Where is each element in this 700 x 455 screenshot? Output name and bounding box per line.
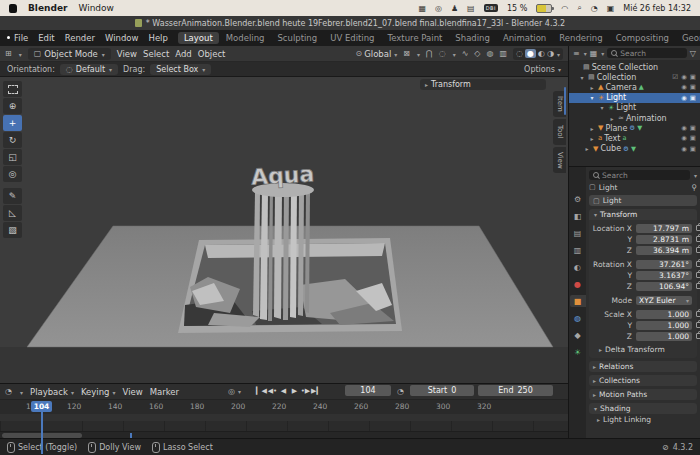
outliner-row-scene-collection[interactable]: ▤ Scene Collection	[569, 62, 700, 72]
marker-menu[interactable]: Marker	[150, 387, 179, 397]
eye-icon[interactable]: ◉	[681, 94, 687, 102]
npanel-scrollbar[interactable]	[564, 87, 566, 115]
clipboard-icon[interactable]: ▤	[467, 4, 475, 13]
camera-restrict-icon[interactable]: ▣	[690, 73, 696, 81]
outliner-row-light-data[interactable]: ▾ ☀ Light	[569, 103, 700, 113]
start-frame-field[interactable]: Start0	[410, 385, 474, 396]
wifi-icon[interactable]: ◠	[561, 4, 568, 13]
window-menu[interactable]: Window	[78, 3, 114, 13]
eye-icon[interactable]: ◉	[681, 124, 687, 132]
menubar-datetime[interactable]: Mié 26 feb 14:32	[623, 4, 691, 13]
end-frame-field[interactable]: End250	[478, 385, 553, 396]
outliner-row-animation[interactable]: ▸ ≈ Animation	[569, 113, 700, 123]
apple-logo-icon[interactable]	[9, 4, 17, 13]
tab-view-layer[interactable]: ▥	[570, 244, 586, 256]
display-mode-icon[interactable]: ▦	[590, 49, 598, 58]
pin-icon[interactable]: ⚲	[691, 183, 697, 192]
filter-funnel-icon[interactable]: ▽	[690, 49, 696, 58]
menu-help[interactable]: Help	[143, 33, 172, 43]
npanel-tab-tool[interactable]: Tool	[553, 119, 566, 145]
tab-uv-editing[interactable]: UV Editing	[324, 32, 380, 44]
options-dropdown[interactable]: Options	[524, 65, 561, 74]
timeline-ruler[interactable]: 100 120 140 160 180 200 220 240 260 280 …	[0, 399, 568, 414]
measure-tool[interactable]: ◺	[3, 205, 22, 221]
jump-to-start-button[interactable]: ▎◀	[256, 387, 267, 395]
user-icon[interactable]: ♟	[451, 4, 458, 13]
number-field[interactable]: 1.000	[636, 310, 692, 319]
number-field[interactable]: 3.1637°	[636, 271, 692, 280]
viewport-canvas[interactable]: Aqua ⊕ + ↻ ◱ ◎ ✎ ◺ ▧ Transform Item Tool…	[0, 77, 568, 383]
npanel-tab-view[interactable]: View	[553, 147, 566, 173]
outliner-row-cube[interactable]: ▸ ▼ Cube ⚙ ▼ ◉ ▣	[569, 144, 700, 154]
app-badge-icon[interactable]: DBI	[484, 4, 498, 12]
tab-physics[interactable]: ◍	[570, 312, 586, 324]
shading-solid-icon[interactable]: ●	[525, 49, 536, 58]
keyboard-icon[interactable]: ▦	[418, 4, 426, 13]
number-field[interactable]: 1.000	[636, 332, 692, 341]
tab-object[interactable]: ■	[570, 295, 586, 307]
mode-selector[interactable]: ▢ Object Mode	[28, 48, 111, 60]
play-button[interactable]: ▶	[289, 387, 300, 395]
number-field[interactable]: 106.94°	[636, 282, 692, 291]
stopwatch-icon[interactable]: ◔	[397, 385, 404, 397]
menu-window[interactable]: Window	[100, 33, 144, 43]
menu-add[interactable]: Add	[175, 49, 191, 59]
tab-tool[interactable]: ⚙	[570, 193, 586, 205]
menu-render[interactable]: Render	[60, 33, 100, 43]
camera-restrict-icon[interactable]: ▣	[690, 94, 696, 102]
number-field[interactable]: 17.797 m	[636, 224, 692, 233]
proportional-edit-icon[interactable]: ◌	[439, 49, 446, 58]
menu-file[interactable]: File	[9, 33, 33, 43]
rotate-tool[interactable]: ↻	[3, 132, 22, 148]
eye-icon[interactable]: ◉	[681, 145, 687, 153]
current-frame-field[interactable]: 104	[345, 385, 391, 396]
shading-wireframe-icon[interactable]: ◌	[516, 49, 523, 58]
object-name-field[interactable]: ▢ Light	[589, 195, 697, 206]
transform-panel-header[interactable]: Transform	[589, 209, 697, 220]
playhead-line[interactable]	[41, 412, 43, 454]
network-offline-icon[interactable]: ⊘	[662, 443, 669, 452]
playhead-badge[interactable]: 104	[31, 401, 52, 412]
tab-output[interactable]: ▤	[570, 227, 586, 239]
outliner-search-input[interactable]: Search	[607, 48, 687, 58]
menu-view[interactable]: View	[117, 49, 137, 59]
pivot-point-icon[interactable]: ∿	[462, 49, 469, 58]
camera-restrict-icon[interactable]: ▣	[690, 83, 696, 91]
camera-restrict-icon[interactable]: ▣	[690, 134, 696, 142]
number-field[interactable]: 2.8731 m	[636, 235, 692, 244]
keying-set-icon[interactable]: ◎	[228, 387, 235, 396]
cursor-tool[interactable]: ⊕	[3, 98, 22, 114]
checkbox-icon[interactable]: ☑	[672, 73, 678, 81]
menu-object[interactable]: Object	[198, 49, 226, 59]
eye-icon[interactable]: ◉	[681, 73, 687, 81]
properties-options-icon[interactable]	[693, 171, 697, 180]
tab-texture-paint[interactable]: Texture Paint	[382, 32, 449, 44]
tab-modeling[interactable]: Modeling	[220, 32, 271, 44]
jump-to-end-button[interactable]: ▶▎	[311, 387, 322, 395]
next-keyframe-button[interactable]: •▶	[300, 387, 311, 395]
timeline-editor-icon[interactable]: ◔	[5, 387, 12, 396]
camera-restrict-icon[interactable]: ▣	[690, 124, 696, 132]
scale-tool[interactable]: ◱	[3, 149, 22, 165]
prev-keyframe-button[interactable]: ◀•	[267, 387, 278, 395]
screen-record-icon[interactable]: ◎	[435, 4, 442, 13]
lock-icon[interactable]	[696, 333, 700, 339]
clock-icon[interactable]: ◔	[591, 4, 598, 13]
outliner-row-collection[interactable]: ▾ ▤ Collection ☑ ◉ ▣	[569, 72, 700, 82]
relations-panel[interactable]: Relations	[589, 361, 697, 372]
shading-material-icon[interactable]: ◐	[538, 49, 545, 58]
timeline-tracks[interactable]	[0, 414, 568, 431]
outliner-row-camera[interactable]: ▸ ▲ Camera ▲ ◉ ▣	[569, 82, 700, 92]
lock-icon[interactable]	[696, 247, 700, 253]
move-tool[interactable]: +	[3, 115, 22, 131]
eye-icon[interactable]: ◉	[681, 83, 687, 91]
eye-icon[interactable]: ◉	[681, 134, 687, 142]
lock-icon[interactable]	[696, 272, 700, 278]
lock-icon[interactable]	[696, 322, 700, 328]
tab-scene[interactable]: ◐	[570, 261, 586, 273]
tab-rendering[interactable]: Rendering	[553, 32, 608, 44]
number-field[interactable]: 36.394 m	[636, 246, 692, 255]
tab-constraints[interactable]: ◆	[570, 329, 586, 341]
tab-animation[interactable]: Animation	[497, 32, 552, 44]
tab-shading[interactable]: Shading	[449, 32, 496, 44]
